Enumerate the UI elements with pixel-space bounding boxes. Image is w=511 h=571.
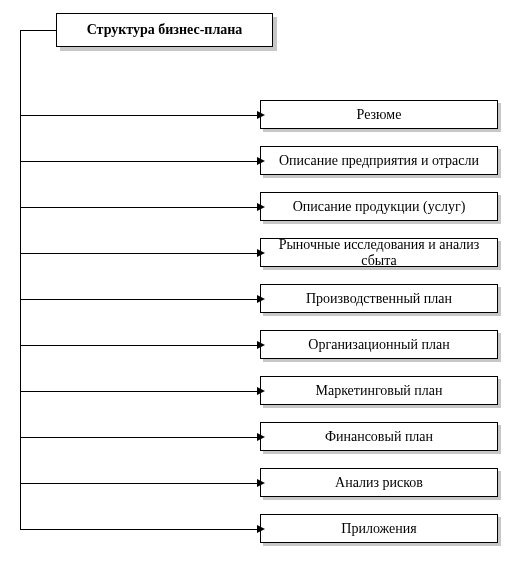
item-box: Описание продукции (услуг) — [260, 192, 498, 221]
connector-branch — [20, 529, 258, 530]
item-label: Описание продукции (услуг) — [293, 199, 466, 215]
item-label: Рыночные исследования и анализ сбыта — [265, 237, 493, 269]
connector-branch — [20, 115, 258, 116]
title-box: Структура бизнес-плана — [56, 13, 273, 47]
item-box: Финансовый план — [260, 422, 498, 451]
connector-branch — [20, 207, 258, 208]
connector-branch — [20, 437, 258, 438]
item-label: Организационный план — [308, 337, 449, 353]
connector-branch — [20, 253, 258, 254]
connector-branch — [20, 391, 258, 392]
item-label: Маркетинговый план — [315, 383, 442, 399]
item-box: Производственный план — [260, 284, 498, 313]
arrowhead-icon — [257, 387, 265, 395]
item-box: Рыночные исследования и анализ сбыта — [260, 238, 498, 267]
connector-branch — [20, 161, 258, 162]
item-box: Резюме — [260, 100, 498, 129]
arrowhead-icon — [257, 203, 265, 211]
item-label: Резюме — [357, 107, 402, 123]
item-label: Производственный план — [306, 291, 452, 307]
item-box: Описание предприятия и отрасли — [260, 146, 498, 175]
item-label: Анализ рисков — [335, 475, 423, 491]
connector-branch — [20, 299, 258, 300]
arrowhead-icon — [257, 433, 265, 441]
connector-trunk — [20, 30, 21, 529]
arrowhead-icon — [257, 111, 265, 119]
diagram-canvas: Структура бизнес-планаРезюмеОписание пре… — [0, 0, 511, 571]
item-label: Описание предприятия и отрасли — [279, 153, 479, 169]
item-label: Приложения — [341, 521, 416, 537]
item-label: Финансовый план — [325, 429, 433, 445]
connector-title-link — [20, 30, 56, 31]
arrowhead-icon — [257, 295, 265, 303]
connector-branch — [20, 345, 258, 346]
arrowhead-icon — [257, 525, 265, 533]
title-text: Структура бизнес-плана — [87, 22, 243, 38]
item-box: Приложения — [260, 514, 498, 543]
connector-branch — [20, 483, 258, 484]
item-box: Анализ рисков — [260, 468, 498, 497]
arrowhead-icon — [257, 157, 265, 165]
item-box: Маркетинговый план — [260, 376, 498, 405]
arrowhead-icon — [257, 341, 265, 349]
arrowhead-icon — [257, 249, 265, 257]
item-box: Организационный план — [260, 330, 498, 359]
arrowhead-icon — [257, 479, 265, 487]
